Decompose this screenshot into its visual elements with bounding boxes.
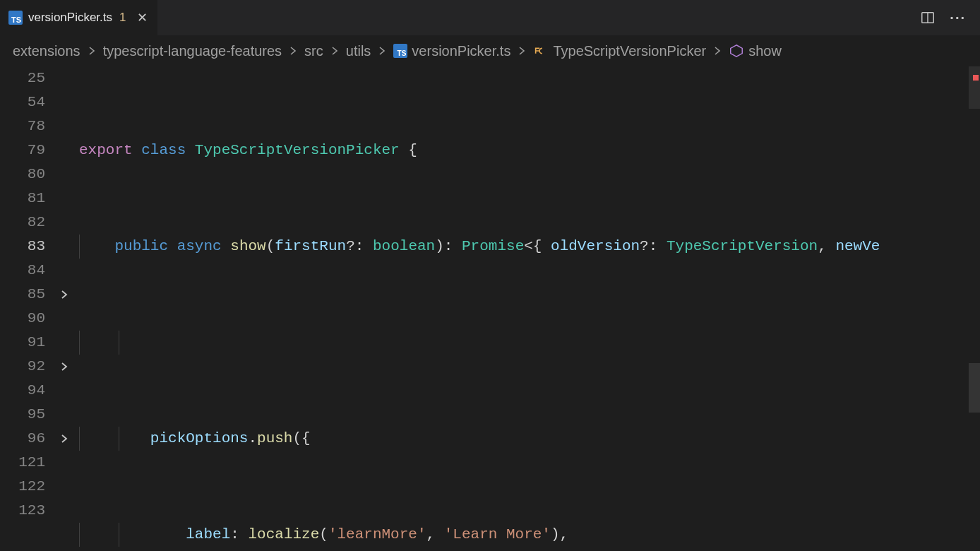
overview-ruler[interactable]	[967, 66, 980, 551]
class-icon	[533, 43, 549, 59]
line-number: 122	[0, 475, 49, 499]
line-numbers: 25 54 78 79 80 81 82 83 84 85 90 91 92 9…	[0, 66, 49, 523]
chevron-right-icon	[86, 45, 97, 57]
line-number: 121	[0, 451, 49, 475]
chevron-right-icon	[287, 45, 299, 57]
split-editor-icon[interactable]	[920, 10, 936, 25]
breadcrumb-item[interactable]: extensions	[13, 43, 80, 59]
breadcrumb: extensions typescript-language-features …	[0, 35, 980, 66]
line-number: 92	[0, 355, 49, 379]
fold-collapsed-icon[interactable]	[56, 355, 72, 379]
line-number: 85	[0, 283, 49, 307]
close-icon[interactable]: ✕	[136, 11, 149, 24]
line-number: 83	[0, 235, 49, 259]
breadcrumb-item-class[interactable]: TypeScriptVersionPicker	[533, 43, 706, 59]
editor-actions: ···	[920, 0, 980, 35]
line-number: 84	[0, 259, 49, 283]
line-number: 82	[0, 211, 49, 235]
tab-versionpicker[interactable]: TS versionPicker.ts 1 ✕	[0, 0, 158, 35]
chevron-right-icon	[376, 45, 388, 57]
scrollbar-thumb[interactable]	[969, 66, 980, 109]
line-number: 96	[0, 427, 49, 451]
overview-marker	[969, 363, 980, 413]
fold-column	[56, 66, 72, 523]
line-number: 25	[0, 66, 49, 90]
tab-filename: versionPicker.ts	[28, 11, 112, 25]
line-number: 95	[0, 403, 49, 427]
line-number: 81	[0, 186, 49, 211]
breadcrumb-item[interactable]: typescript-language-features	[103, 43, 282, 59]
code-line: pickOptions.push({	[79, 427, 966, 451]
fold-collapsed-icon[interactable]	[56, 427, 72, 451]
breadcrumb-item[interactable]: utils	[346, 43, 371, 59]
method-icon	[729, 43, 744, 59]
code-line: public async show(firstRun?: boolean): P…	[79, 235, 966, 259]
line-number: 54	[0, 90, 49, 114]
line-number: 78	[0, 114, 49, 138]
chevron-right-icon	[329, 45, 340, 57]
line-number: 80	[0, 162, 49, 186]
chevron-right-icon	[712, 45, 723, 57]
line-number: 90	[0, 307, 49, 331]
code-line	[79, 331, 966, 355]
breadcrumb-item[interactable]: TS versionPicker.ts	[393, 43, 510, 59]
line-number: 91	[0, 331, 49, 355]
fold-collapsed-icon[interactable]	[56, 283, 72, 307]
code-line: export class TypeScriptVersionPicker {	[79, 138, 966, 162]
code-editor[interactable]: 25 54 78 79 80 81 82 83 84 85 90 91 92 9…	[0, 66, 980, 551]
typescript-file-icon: TS	[393, 44, 407, 58]
breadcrumb-item[interactable]: src	[304, 43, 323, 59]
line-number: 79	[0, 138, 49, 162]
line-number: 94	[0, 379, 49, 403]
gutter: 25 54 78 79 80 81 82 83 84 85 90 91 92 9…	[0, 66, 75, 551]
tab-modified-badge: 1	[119, 11, 126, 25]
line-number: 123	[0, 499, 49, 523]
breadcrumb-item-method[interactable]: show	[729, 43, 782, 59]
more-actions-icon[interactable]: ···	[950, 10, 966, 26]
typescript-file-icon: TS	[8, 11, 23, 25]
tab-bar: TS versionPicker.ts 1 ✕ ···	[0, 0, 980, 35]
chevron-right-icon	[516, 45, 527, 57]
code-content[interactable]: export class TypeScriptVersionPicker { p…	[79, 66, 966, 551]
code-line: label: localize('learnMore', 'Learn More…	[79, 523, 966, 547]
